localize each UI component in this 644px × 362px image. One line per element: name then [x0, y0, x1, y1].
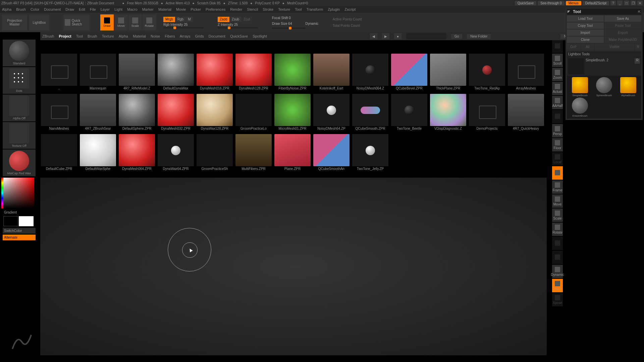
asset-item[interactable]: NoisyDMesh064.Z: [352, 54, 389, 93]
polymesh-button[interactable]: Make PolyMesh3D: [604, 37, 641, 43]
tab-grids[interactable]: Grids: [195, 34, 204, 38]
rgb-button[interactable]: Rgb: [175, 17, 185, 22]
shelf-button[interactable]: [552, 237, 563, 250]
material-slot[interactable]: MatCap Red Wax: [3, 149, 36, 176]
menu-movie[interactable]: Movie: [176, 7, 186, 11]
secondary-color-swatch[interactable]: [3, 216, 18, 226]
menu-stencil[interactable]: Stencil: [247, 7, 258, 11]
asset-item[interactable]: DynaMesh032.ZPR: [157, 94, 195, 133]
prev-icon[interactable]: ◀: [370, 33, 377, 39]
Local-button[interactable]: Local: [552, 152, 563, 166]
asset-item[interactable]: 4R7_RifleModel.Z: [118, 54, 156, 93]
tool-r-button[interactable]: R: [635, 58, 640, 64]
tab-project[interactable]: Project: [59, 34, 71, 38]
stroke-slot[interactable]: Dots: [3, 67, 36, 94]
record-icon[interactable]: ●: [394, 33, 401, 39]
tool-item[interactable]: SimpleBrush: [568, 77, 592, 97]
tool-item[interactable]: EraserBrush: [568, 98, 592, 117]
quicksave-button[interactable]: QuickSave: [515, 1, 536, 5]
menu-texture[interactable]: Texture: [278, 7, 290, 11]
m-button[interactable]: M: [186, 17, 193, 22]
dock-icon[interactable]: ⇱: [638, 10, 641, 14]
menu-zplugin[interactable]: Zplugin: [328, 7, 340, 11]
tab-arrays[interactable]: Arrays: [180, 34, 191, 38]
Actual-button[interactable]: Actual: [552, 82, 563, 95]
menu-stroke[interactable]: Stroke: [263, 7, 273, 11]
visible-button[interactable]: Visible: [595, 44, 634, 50]
asset-item[interactable]: TwoTone_RedAp: [468, 54, 506, 93]
tab-quicksave[interactable]: QuickSave: [230, 34, 248, 38]
menu-zscript[interactable]: Zscript: [344, 7, 356, 11]
export-button[interactable]: Export: [604, 29, 641, 36]
zadd-button[interactable]: Zadd: [218, 17, 229, 22]
tab-tool[interactable]: Tool: [76, 34, 83, 38]
menu-light[interactable]: Light: [114, 7, 122, 11]
menu-file[interactable]: File: [90, 7, 96, 11]
brush-slot[interactable]: Standard: [3, 40, 36, 66]
paste-tool-button[interactable]: Paste Tool: [604, 22, 641, 29]
Persp-button[interactable]: Persp: [552, 124, 563, 137]
tab-spotlight[interactable]: Spotlight: [253, 34, 267, 38]
load-tool-button[interactable]: Load Tool: [567, 15, 604, 22]
shelf-button[interactable]: [552, 166, 563, 180]
Zoom-button[interactable]: Zoom: [552, 68, 563, 81]
newfolder-button[interactable]: New Folder: [467, 34, 491, 39]
asset-item[interactable]: Mannequin: [79, 54, 117, 93]
tool-item[interactable]: SphereBrush: [592, 77, 616, 97]
close-icon[interactable]: ✕: [637, 1, 643, 5]
mrgb-button[interactable]: Mrgb: [163, 17, 175, 22]
asset-item[interactable]: ArrayMeshes: [507, 54, 545, 93]
menu-color[interactable]: Color: [31, 7, 39, 11]
menu-picker[interactable]: Picker: [191, 7, 201, 11]
save-as-button[interactable]: Save As: [604, 15, 641, 22]
move-button[interactable]: Move: [114, 14, 128, 31]
seethrough-button[interactable]: See-through 0: [538, 1, 564, 5]
Frame-button[interactable]: Frame: [552, 180, 563, 194]
z-intensity-slider[interactable]: [218, 27, 258, 28]
rotate-button[interactable]: Rotate: [143, 14, 156, 31]
asset-item[interactable]: GroomPracticeSh: [196, 134, 233, 173]
tab-texture[interactable]: Texture: [102, 34, 114, 38]
asset-item[interactable]: FiberByNoise.ZPR: [274, 54, 311, 93]
asset-item[interactable]: Kotelnikoff_Eart: [313, 54, 350, 93]
copy-tool-button[interactable]: Copy Tool: [567, 22, 604, 29]
Solo-button[interactable]: Solo: [552, 279, 563, 292]
tab-noise[interactable]: Noise: [151, 34, 160, 38]
menu-document[interactable]: Document: [44, 7, 61, 11]
Dynamic-button[interactable]: Dynamic: [552, 265, 563, 278]
menus-button[interactable]: Menus: [566, 1, 581, 5]
shelf-button[interactable]: [552, 110, 563, 123]
asset-item[interactable]: TwoTone_Jelly.ZP: [352, 134, 389, 173]
draw-size-label[interactable]: Draw Size 64: [272, 22, 292, 25]
asset-item[interactable]: DefaultCube.ZPR: [40, 134, 78, 173]
rgb-intensity-label[interactable]: Rgb Intensity 25: [163, 23, 204, 26]
tool-item[interactable]: AlphaBrush: [616, 77, 640, 97]
asset-item[interactable]: ..: [40, 54, 78, 93]
asset-item[interactable]: DemoProjects: [468, 94, 506, 133]
asset-item[interactable]: TwoTone_Beetle: [390, 94, 428, 133]
tab-brush[interactable]: Brush: [88, 34, 97, 38]
tab-fibers[interactable]: Fibers: [165, 34, 175, 38]
switchcolor-button[interactable]: SwitchColor: [3, 228, 36, 234]
alpha-slot[interactable]: Alpha Off: [3, 95, 36, 121]
asset-item[interactable]: DefaultWaxSphe: [79, 134, 117, 173]
color-picker[interactable]: [3, 178, 34, 208]
Xpose-button[interactable]: Xpose: [552, 293, 563, 306]
lightbox-button[interactable]: LightBox: [29, 14, 49, 31]
asset-item[interactable]: QCubeSmooth.ZPR: [352, 94, 389, 133]
Floor-button[interactable]: Floor: [552, 138, 563, 152]
lightbox-tools-label[interactable]: Lightbox Tools: [567, 51, 641, 57]
dynamic-label[interactable]: Dynamic: [305, 22, 318, 25]
shelf-button[interactable]: [552, 251, 563, 264]
asset-item[interactable]: DynaMesh128.ZPR: [235, 54, 272, 93]
asset-item[interactable]: QCubeBevel.ZPR: [390, 54, 428, 93]
asset-item[interactable]: DynaMesh064.ZPR: [118, 134, 156, 173]
default-script[interactable]: DefaultZScript: [583, 1, 609, 5]
asset-item[interactable]: DynaWax128.ZPR: [196, 94, 233, 133]
rgb-intensity-slider[interactable]: [163, 27, 204, 28]
z-intensity-label[interactable]: Z Intensity 25: [218, 23, 258, 26]
focal-shift-label[interactable]: Focal Shift 0: [272, 16, 318, 20]
import-button[interactable]: Import: [567, 29, 604, 36]
asset-item[interactable]: GroomPracticeLo: [235, 94, 272, 133]
projection-master-button[interactable]: Projection Master: [2, 14, 27, 31]
